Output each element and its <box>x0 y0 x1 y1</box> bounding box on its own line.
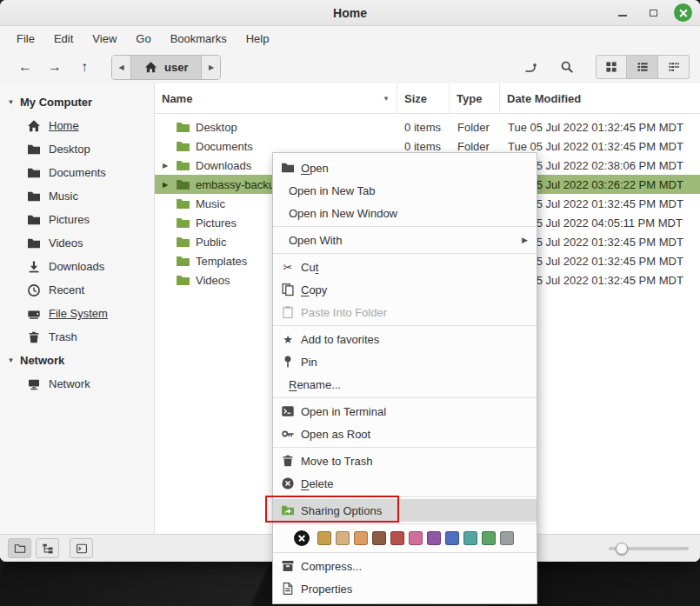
color-swatch-10[interactable] <box>482 531 496 545</box>
menu-item-label: Rename... <box>289 378 341 391</box>
expander-icon[interactable]: ▼ <box>6 356 16 364</box>
file-name-label: Templates <box>196 255 247 268</box>
color-swatch-2[interactable] <box>336 531 350 545</box>
menu-item-open-as-root[interactable]: Open as Root <box>273 423 537 445</box>
menubar: FileEditViewGoBookmarksHelp <box>0 26 700 50</box>
menu-item-open-in-new-window[interactable]: Open in New Window <box>273 202 537 224</box>
breadcrumb-scroll-left-button[interactable]: ◀ <box>112 56 130 79</box>
forward-icon: → <box>48 60 62 74</box>
close-button[interactable] <box>674 3 692 22</box>
menu-separator <box>273 447 537 448</box>
breadcrumb-location-button[interactable]: user <box>130 56 202 79</box>
column-header-size[interactable]: Size <box>397 83 450 113</box>
maximize-icon <box>650 10 657 17</box>
menu-item-move-to-trash[interactable]: Move to Trash <box>273 450 537 472</box>
menu-item-open-in-terminal[interactable]: Open in Terminal <box>273 400 537 423</box>
menu-separator <box>273 226 537 227</box>
sidebar-item-label: File System <box>49 307 108 320</box>
sidebar-item-music[interactable]: Music <box>0 184 154 208</box>
back-button[interactable]: ← <box>10 55 40 79</box>
sidebar-item-videos[interactable]: Videos <box>0 231 154 255</box>
folder-icon <box>176 235 190 250</box>
pin-icon <box>281 355 295 369</box>
expander-icon[interactable]: ▼ <box>6 98 16 106</box>
minimize-icon <box>618 15 627 17</box>
sidebar-item-label: Music <box>49 190 78 203</box>
back-icon: ← <box>18 60 32 74</box>
icon-view-button[interactable] <box>596 55 627 79</box>
menu-item-copy[interactable]: Copy <box>273 278 537 301</box>
file-row-desktop[interactable]: Desktop0 itemsFolderTue 05 Jul 2022 01:3… <box>155 117 700 137</box>
menu-item-properties[interactable]: Properties <box>273 577 537 600</box>
menubar-item-bookmarks[interactable]: Bookmarks <box>161 29 237 49</box>
menu-item-open-in-new-tab[interactable]: Open in New Tab <box>273 179 537 202</box>
color-swatch-11[interactable] <box>500 531 514 545</box>
delete-icon <box>281 476 295 490</box>
menubar-item-help[interactable]: Help <box>237 29 279 49</box>
sidebar-section-network[interactable]: ▼Network <box>0 349 154 372</box>
sidebar-item-documents[interactable]: Documents <box>0 161 154 184</box>
menu-item-rename[interactable]: Rename... <box>273 373 537 396</box>
sidebar-section-my-computer[interactable]: ▼My Computer <box>0 90 154 114</box>
column-header-date-modified[interactable]: Date Modified <box>500 83 700 113</box>
menu-item-compress[interactable]: Compress... <box>273 555 537 577</box>
menu-item-cut[interactable]: ✂Cut <box>273 256 537 278</box>
menu-separator <box>273 496 537 497</box>
folder-icon <box>176 120 190 135</box>
sidebar-item-label: Network <box>49 377 90 390</box>
sidebar-item-network[interactable]: Network <box>0 372 154 396</box>
menu-item-sharing-options[interactable]: Sharing Options <box>273 499 537 522</box>
minimize-button[interactable] <box>613 3 632 23</box>
menubar-item-file[interactable]: File <box>7 29 44 49</box>
sidebar-item-recent[interactable]: Recent <box>0 278 154 302</box>
toggle-location-entry-button[interactable] <box>516 55 545 79</box>
sidebar-item-pictures[interactable]: Pictures <box>0 208 154 231</box>
network-icon <box>27 377 41 391</box>
zoom-slider[interactable] <box>609 535 689 562</box>
color-swatch-5[interactable] <box>390 531 404 545</box>
zoom-slider-thumb[interactable] <box>616 543 628 555</box>
column-header-name[interactable]: Name▼ <box>155 83 397 113</box>
up-button[interactable]: ↑ <box>70 55 99 79</box>
show-treeview-button[interactable] <box>36 538 59 558</box>
menubar-item-edit[interactable]: Edit <box>44 29 83 49</box>
compact-view-button[interactable] <box>658 55 690 79</box>
clear-color-button[interactable] <box>294 530 310 546</box>
sort-indicator-icon: ▼ <box>383 95 390 103</box>
menu-item-open-with[interactable]: Open With▶ <box>273 229 537 251</box>
column-header-label: Type <box>457 92 482 105</box>
breadcrumb: ◀ user ▶ <box>111 55 221 80</box>
column-header-type[interactable]: Type <box>450 83 500 113</box>
list-view-button[interactable] <box>627 55 658 79</box>
file-modified-cell: Tue 05 Jul 2022 01:32:45 PM MDT <box>500 117 700 137</box>
menubar-item-view[interactable]: View <box>83 29 126 49</box>
color-swatch-7[interactable] <box>427 531 441 545</box>
color-swatch-1[interactable] <box>317 531 331 545</box>
menubar-item-go[interactable]: Go <box>126 29 160 49</box>
maximize-button[interactable] <box>643 3 663 23</box>
menu-item-pin[interactable]: Pin <box>273 350 537 373</box>
sidebar-item-home[interactable]: Home <box>0 114 154 137</box>
folder-icon <box>176 139 190 154</box>
sidebar-item-downloads[interactable]: Downloads <box>0 255 154 278</box>
color-swatch-3[interactable] <box>354 531 368 545</box>
forward-button[interactable]: → <box>40 55 70 79</box>
color-swatch-4[interactable] <box>372 531 386 545</box>
color-swatch-8[interactable] <box>445 531 459 545</box>
menu-item-delete[interactable]: Delete <box>273 472 537 495</box>
expander-icon[interactable]: ▶ <box>160 162 170 170</box>
menu-separator <box>273 552 537 553</box>
breadcrumb-scroll-right-button[interactable]: ▶ <box>202 56 220 79</box>
search-button[interactable] <box>552 55 582 79</box>
menu-item-add-to-favorites[interactable]: ★Add to favorites <box>273 328 537 350</box>
expander-icon[interactable]: ▶ <box>160 181 170 189</box>
color-swatch-6[interactable] <box>409 531 423 545</box>
sidebar-item-trash[interactable]: Trash <box>0 325 154 349</box>
sidebar-item-desktop[interactable]: Desktop <box>0 137 154 161</box>
menu-item-label: Open With <box>289 234 342 247</box>
menu-item-open[interactable]: Open <box>273 156 537 179</box>
show-places-button[interactable] <box>8 538 31 558</box>
sidebar-item-file-system[interactable]: File System <box>0 302 154 325</box>
show-terminal-button[interactable] <box>70 538 93 558</box>
color-swatch-9[interactable] <box>463 531 477 545</box>
